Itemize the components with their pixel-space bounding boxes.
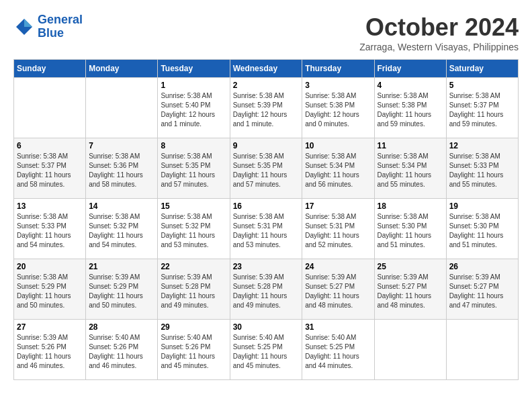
calendar-cell: 23Sunrise: 5:39 AM Sunset: 5:28 PM Dayli… [230, 259, 302, 320]
day-info: Sunrise: 5:38 AM Sunset: 5:34 PM Dayligh… [378, 152, 443, 189]
day-info: Sunrise: 5:38 AM Sunset: 5:36 PM Dayligh… [89, 152, 154, 189]
calendar-cell: 1Sunrise: 5:38 AM Sunset: 5:40 PM Daylig… [158, 78, 230, 138]
calendar-cell: 12Sunrise: 5:38 AM Sunset: 5:33 PM Dayli… [446, 138, 518, 199]
calendar-cell: 27Sunrise: 5:39 AM Sunset: 5:26 PM Dayli… [14, 320, 86, 380]
calendar-cell: 6Sunrise: 5:38 AM Sunset: 5:37 PM Daylig… [14, 138, 86, 199]
day-info: Sunrise: 5:39 AM Sunset: 5:26 PM Dayligh… [17, 333, 83, 371]
calendar-cell: 18Sunrise: 5:38 AM Sunset: 5:30 PM Dayli… [374, 199, 446, 259]
day-info: Sunrise: 5:38 AM Sunset: 5:31 PM Dayligh… [233, 212, 300, 250]
logo-line1: General [38, 13, 83, 26]
calendar-cell: 17Sunrise: 5:38 AM Sunset: 5:31 PM Dayli… [302, 199, 374, 259]
day-number: 25 [378, 262, 443, 271]
weekday-header: Monday [86, 60, 158, 78]
calendar-cell: 11Sunrise: 5:38 AM Sunset: 5:34 PM Dayli… [374, 138, 446, 199]
logo-icon [13, 16, 35, 38]
weekday-header: Tuesday [158, 60, 230, 78]
day-info: Sunrise: 5:38 AM Sunset: 5:30 PM Dayligh… [378, 212, 443, 250]
day-number: 27 [17, 322, 83, 332]
day-number: 5 [449, 81, 515, 90]
calendar-cell: 10Sunrise: 5:38 AM Sunset: 5:34 PM Dayli… [302, 138, 374, 199]
day-info: Sunrise: 5:39 AM Sunset: 5:28 PM Dayligh… [161, 273, 226, 310]
day-number: 15 [161, 201, 226, 211]
day-info: Sunrise: 5:38 AM Sunset: 5:37 PM Dayligh… [17, 152, 83, 189]
day-info: Sunrise: 5:38 AM Sunset: 5:40 PM Dayligh… [161, 91, 226, 129]
calendar-cell: 15Sunrise: 5:38 AM Sunset: 5:32 PM Dayli… [158, 199, 230, 259]
day-number: 26 [449, 262, 515, 271]
weekday-header: Thursday [302, 60, 374, 78]
calendar-cell [446, 320, 518, 380]
day-number: 4 [378, 81, 443, 90]
day-number: 3 [305, 81, 371, 90]
calendar-cell: 3Sunrise: 5:38 AM Sunset: 5:38 PM Daylig… [302, 78, 374, 138]
svg-marker-1 [24, 19, 32, 27]
day-info: Sunrise: 5:38 AM Sunset: 5:30 PM Dayligh… [449, 212, 515, 250]
day-info: Sunrise: 5:40 AM Sunset: 5:26 PM Dayligh… [89, 333, 154, 371]
calendar-cell: 14Sunrise: 5:38 AM Sunset: 5:32 PM Dayli… [86, 199, 158, 259]
day-number: 1 [161, 81, 226, 90]
day-number: 23 [233, 262, 300, 271]
day-info: Sunrise: 5:38 AM Sunset: 5:33 PM Dayligh… [449, 152, 515, 189]
day-number: 14 [89, 201, 154, 211]
day-info: Sunrise: 5:38 AM Sunset: 5:38 PM Dayligh… [305, 91, 371, 129]
calendar-cell: 30Sunrise: 5:40 AM Sunset: 5:25 PM Dayli… [230, 320, 302, 380]
day-number: 7 [89, 141, 154, 150]
day-info: Sunrise: 5:38 AM Sunset: 5:35 PM Dayligh… [161, 152, 226, 189]
day-info: Sunrise: 5:38 AM Sunset: 5:33 PM Dayligh… [17, 212, 83, 250]
calendar-week-row: 6Sunrise: 5:38 AM Sunset: 5:37 PM Daylig… [14, 138, 519, 199]
calendar-table: SundayMondayTuesdayWednesdayThursdayFrid… [13, 59, 519, 380]
logo-text: General Blue [38, 13, 83, 40]
day-info: Sunrise: 5:38 AM Sunset: 5:31 PM Dayligh… [305, 212, 371, 250]
day-info: Sunrise: 5:38 AM Sunset: 5:35 PM Dayligh… [233, 152, 300, 189]
month-title: October 2024 [359, 13, 519, 42]
weekday-header: Friday [374, 60, 446, 78]
day-number: 22 [161, 262, 226, 271]
calendar-cell: 4Sunrise: 5:38 AM Sunset: 5:38 PM Daylig… [374, 78, 446, 138]
calendar-cell: 16Sunrise: 5:38 AM Sunset: 5:31 PM Dayli… [230, 199, 302, 259]
calendar-cell: 20Sunrise: 5:38 AM Sunset: 5:29 PM Dayli… [14, 259, 86, 320]
day-number: 20 [17, 262, 83, 271]
logo: General Blue [13, 13, 83, 40]
day-info: Sunrise: 5:40 AM Sunset: 5:25 PM Dayligh… [233, 333, 300, 371]
day-number: 19 [449, 201, 515, 211]
weekday-header: Sunday [14, 60, 86, 78]
day-info: Sunrise: 5:39 AM Sunset: 5:29 PM Dayligh… [89, 273, 154, 310]
weekday-header: Saturday [446, 60, 518, 78]
calendar-cell: 21Sunrise: 5:39 AM Sunset: 5:29 PM Dayli… [86, 259, 158, 320]
calendar-cell: 29Sunrise: 5:40 AM Sunset: 5:26 PM Dayli… [158, 320, 230, 380]
calendar-cell: 8Sunrise: 5:38 AM Sunset: 5:35 PM Daylig… [158, 138, 230, 199]
calendar-header-row: SundayMondayTuesdayWednesdayThursdayFrid… [14, 60, 519, 78]
page-header: General Blue October 2024 Zarraga, Weste… [13, 13, 519, 52]
day-info: Sunrise: 5:40 AM Sunset: 5:26 PM Dayligh… [161, 333, 226, 371]
calendar-cell: 28Sunrise: 5:40 AM Sunset: 5:26 PM Dayli… [86, 320, 158, 380]
day-info: Sunrise: 5:38 AM Sunset: 5:39 PM Dayligh… [233, 91, 300, 129]
calendar-cell: 31Sunrise: 5:40 AM Sunset: 5:25 PM Dayli… [302, 320, 374, 380]
calendar-week-row: 13Sunrise: 5:38 AM Sunset: 5:33 PM Dayli… [14, 199, 519, 259]
day-info: Sunrise: 5:40 AM Sunset: 5:25 PM Dayligh… [305, 333, 371, 371]
day-info: Sunrise: 5:38 AM Sunset: 5:32 PM Dayligh… [161, 212, 226, 250]
day-number: 21 [89, 262, 154, 271]
calendar-cell: 19Sunrise: 5:38 AM Sunset: 5:30 PM Dayli… [446, 199, 518, 259]
day-info: Sunrise: 5:38 AM Sunset: 5:38 PM Dayligh… [378, 91, 443, 129]
calendar-cell: 26Sunrise: 5:39 AM Sunset: 5:27 PM Dayli… [446, 259, 518, 320]
calendar-cell: 25Sunrise: 5:39 AM Sunset: 5:27 PM Dayli… [374, 259, 446, 320]
day-number: 29 [161, 322, 226, 332]
day-number: 10 [305, 141, 371, 150]
logo-line2: Blue [38, 26, 64, 40]
calendar-week-row: 20Sunrise: 5:38 AM Sunset: 5:29 PM Dayli… [14, 259, 519, 320]
day-number: 9 [233, 141, 300, 150]
day-number: 16 [233, 201, 300, 211]
calendar-week-row: 27Sunrise: 5:39 AM Sunset: 5:26 PM Dayli… [14, 320, 519, 380]
day-number: 31 [305, 322, 371, 332]
calendar-cell: 7Sunrise: 5:38 AM Sunset: 5:36 PM Daylig… [86, 138, 158, 199]
calendar-cell: 2Sunrise: 5:38 AM Sunset: 5:39 PM Daylig… [230, 78, 302, 138]
day-number: 8 [161, 141, 226, 150]
day-number: 11 [378, 141, 443, 150]
location: Zarraga, Western Visayas, Philippines [359, 42, 519, 52]
day-number: 28 [89, 322, 154, 332]
day-number: 13 [17, 201, 83, 211]
calendar-cell: 9Sunrise: 5:38 AM Sunset: 5:35 PM Daylig… [230, 138, 302, 199]
day-info: Sunrise: 5:39 AM Sunset: 5:28 PM Dayligh… [233, 273, 300, 310]
weekday-header: Wednesday [230, 60, 302, 78]
day-info: Sunrise: 5:38 AM Sunset: 5:34 PM Dayligh… [305, 152, 371, 189]
day-number: 12 [449, 141, 515, 150]
